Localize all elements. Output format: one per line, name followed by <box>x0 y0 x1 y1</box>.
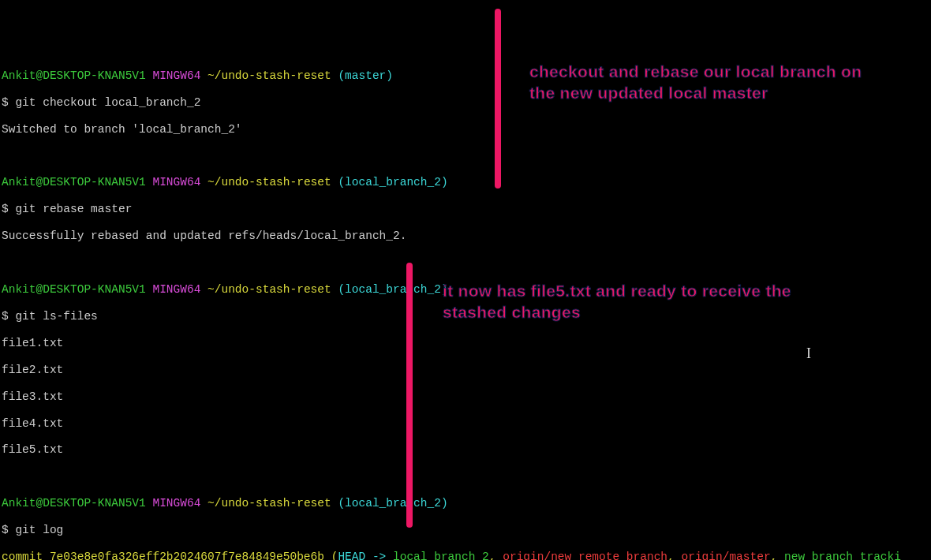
output-line: file2.txt <box>2 364 929 377</box>
output-line: file5.txt <box>2 443 929 457</box>
command-line: $ git log <box>2 524 929 537</box>
prompt-user-host: Ankit@DESKTOP-KNAN5V1 <box>2 69 146 82</box>
prompt-shell: MINGW64 <box>152 69 200 82</box>
command-line: $ git rebase master <box>2 203 929 216</box>
command-text: git rebase master <box>9 203 133 215</box>
output-line: file1.txt <box>2 337 929 350</box>
commit-line: commit 7e03e8e0fa326eff2b2024607f7e84849… <box>2 551 929 560</box>
annotation-text: checkout and rebase our local branch on … <box>529 62 869 103</box>
command-text: git log <box>9 524 64 536</box>
output-line: file4.txt <box>2 417 929 431</box>
command-text: git ls-files <box>9 310 98 323</box>
output-line: Switched to branch 'local_branch_2' <box>2 123 929 136</box>
annotation-text: it now has file5.txt and ready to receiv… <box>443 281 813 323</box>
prompt-branch: (master) <box>338 69 393 82</box>
prompt-dollar: $ <box>2 96 9 109</box>
command-text: git checkout local_branch_2 <box>9 96 201 109</box>
output-line: Successfully rebased and updated refs/he… <box>2 230 929 243</box>
prompt-line: Ankit@DESKTOP-KNAN5V1 MINGW64 ~/undo-sta… <box>2 497 929 510</box>
annotation-bar <box>406 263 413 528</box>
annotation-bar <box>495 9 501 189</box>
prompt-line: Ankit@DESKTOP-KNAN5V1 MINGW64 ~/undo-sta… <box>2 176 929 189</box>
text-cursor-icon: I <box>806 345 811 362</box>
prompt-path: ~/undo-stash-reset <box>208 69 331 82</box>
output-line: file3.txt <box>2 390 929 404</box>
